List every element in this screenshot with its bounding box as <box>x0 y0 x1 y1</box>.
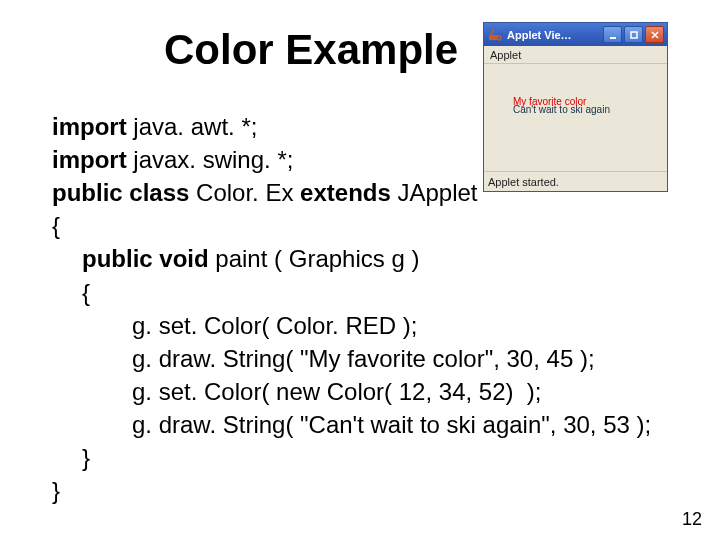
code-line: import java. awt. *; <box>52 110 651 143</box>
code-example: import java. awt. *; import javax. swing… <box>52 110 651 507</box>
keyword-public-void: public void <box>82 245 215 272</box>
page-number: 12 <box>682 509 702 530</box>
keyword-import: import <box>52 146 127 173</box>
code-line: g. draw. String( "My favorite color", 30… <box>52 342 651 375</box>
code-line: g. set. Color( new Color( 12, 34, 52) ); <box>52 375 651 408</box>
close-button[interactable] <box>645 26 664 43</box>
code-line: public class Color. Ex extends JApplet <box>52 176 651 209</box>
titlebar: Applet Vie… <box>484 23 667 46</box>
java-cup-icon <box>487 27 503 43</box>
code-line: g. set. Color( Color. RED ); <box>52 309 651 342</box>
svg-rect-2 <box>631 32 637 38</box>
window-title-text: Applet Vie… <box>507 29 603 41</box>
code-line: g. draw. String( "Can't wait to ski agai… <box>52 408 651 441</box>
slide-title: Color Example <box>164 26 458 74</box>
code-line: } <box>52 441 651 474</box>
code-line: } <box>52 474 651 507</box>
applet-menu[interactable]: Applet <box>484 46 667 64</box>
svg-rect-1 <box>610 37 616 39</box>
keyword-import: import <box>52 113 127 140</box>
keyword-extends: extends <box>300 179 397 206</box>
code-line: public void paint ( Graphics g ) <box>52 242 651 275</box>
maximize-button[interactable] <box>624 26 643 43</box>
code-line: { <box>52 276 651 309</box>
code-line: import javax. swing. *; <box>52 143 651 176</box>
svg-rect-0 <box>489 35 498 40</box>
minimize-button[interactable] <box>603 26 622 43</box>
code-line: { <box>52 209 651 242</box>
keyword-public-class: public class <box>52 179 196 206</box>
window-controls <box>603 26 664 43</box>
